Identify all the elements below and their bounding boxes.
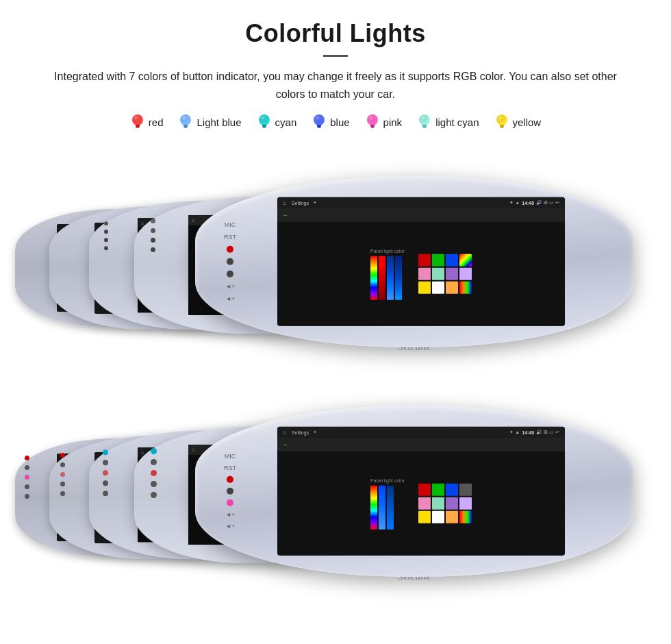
yellow-bulb-icon — [494, 112, 509, 132]
color-item-yellow: yellow — [494, 112, 542, 132]
svg-point-9 — [259, 114, 270, 125]
page-wrapper: Colorful Lights Integrated with 7 colors… — [0, 0, 671, 614]
svg-point-5 — [180, 114, 191, 125]
svg-rect-26 — [500, 125, 504, 127]
svg-point-1 — [132, 114, 143, 125]
color-item-cyan: cyan — [257, 112, 297, 132]
lightblue-bulb-icon — [178, 112, 193, 132]
main-unit-bottom: MIC RST ◄+ ◄+ ⌂ Settings ✦ — [195, 406, 633, 582]
blue-bulb-icon — [312, 112, 327, 132]
svg-rect-10 — [262, 125, 266, 127]
svg-point-21 — [419, 114, 430, 125]
svg-rect-15 — [318, 127, 321, 128]
lightcyan-bulb-icon — [417, 112, 432, 132]
cyan-label: cyan — [275, 116, 297, 128]
svg-point-25 — [496, 114, 507, 125]
page-title: Colorful Lights — [41, 19, 630, 48]
svg-rect-22 — [422, 125, 427, 127]
svg-rect-14 — [317, 125, 321, 127]
device-cluster-bottom: ⌂ ⌂ — [0, 381, 671, 614]
cyan-bulb-icon — [257, 112, 272, 132]
red-bulb-icon — [130, 112, 145, 132]
lightcyan-label: light cyan — [435, 116, 479, 128]
device-cluster-top: ⌂ ← ○ ▷ ⌂ ← — [0, 155, 671, 381]
title-divider — [323, 55, 348, 57]
color-item-pink: pink — [365, 112, 403, 132]
svg-rect-19 — [370, 127, 374, 128]
color-item-blue: blue — [312, 112, 349, 132]
header-section: Colorful Lights Integrated with 7 colors… — [0, 0, 671, 155]
svg-rect-11 — [262, 127, 266, 128]
svg-rect-6 — [183, 125, 188, 127]
red-label: red — [149, 116, 164, 128]
svg-point-17 — [367, 114, 378, 125]
svg-rect-23 — [423, 127, 427, 128]
yellow-label: yellow — [513, 116, 542, 128]
svg-rect-27 — [500, 127, 503, 128]
color-list: red Light blue — [41, 112, 630, 132]
description-text: Integrated with 7 colors of button indic… — [41, 68, 630, 103]
main-unit-top: MIC RST ◄+ ◄+ ⌂ Settings ✦ — [195, 176, 633, 353]
pink-bulb-icon — [365, 112, 380, 132]
color-item-red: red — [130, 112, 164, 132]
color-item-lightblue: Light blue — [178, 112, 241, 132]
blue-label: blue — [330, 116, 349, 128]
svg-rect-18 — [370, 125, 375, 127]
lightblue-label: Light blue — [197, 116, 241, 128]
svg-rect-3 — [136, 127, 139, 128]
color-item-lightcyan: light cyan — [417, 112, 479, 132]
svg-rect-7 — [184, 127, 188, 128]
pink-label: pink — [383, 116, 403, 128]
svg-point-13 — [314, 114, 325, 125]
svg-rect-2 — [136, 125, 140, 127]
